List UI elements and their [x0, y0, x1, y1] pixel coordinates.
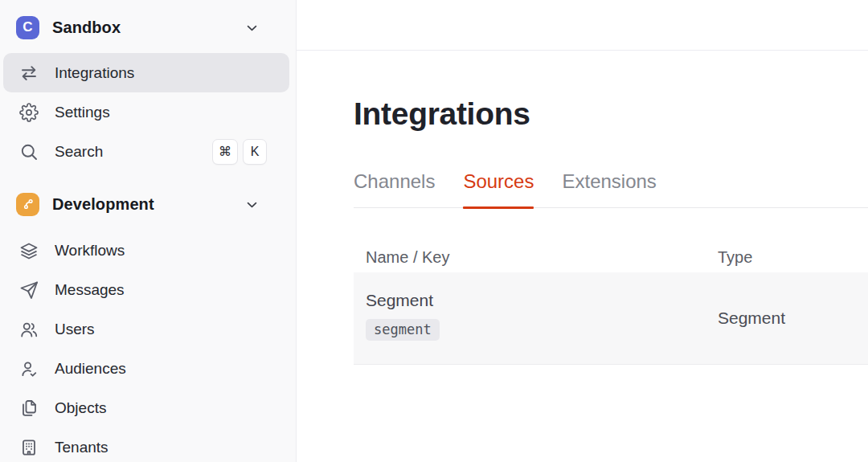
users-icon — [19, 320, 39, 339]
swap-arrows-icon — [19, 63, 39, 83]
integration-key-badge: segment — [366, 319, 440, 341]
tab-channels[interactable]: Channels — [354, 170, 435, 207]
search-icon — [19, 142, 39, 161]
cell-name-key: Segment segment — [366, 291, 440, 341]
sidebar-item-audiences[interactable]: Audiences — [3, 349, 289, 388]
table-row[interactable]: Segment segment Segment — [354, 272, 868, 365]
integration-name: Segment — [366, 291, 440, 310]
sidebar-item-label: Users — [55, 321, 289, 338]
tab-extensions[interactable]: Extensions — [562, 170, 656, 207]
sidebar-item-label: Messages — [55, 281, 289, 299]
chevron-down-icon — [245, 198, 259, 211]
sidebar-section-gap — [0, 171, 296, 186]
section-header-development[interactable]: Development — [0, 186, 296, 223]
section-name: Development — [52, 195, 245, 214]
column-header-name-key: Name / Key — [366, 248, 449, 267]
workspace-logo-letter: C — [23, 19, 32, 35]
search-shortcut: ⌘ K — [212, 139, 267, 165]
sidebar-item-settings[interactable]: Settings — [3, 92, 289, 132]
table-header: Name / Key Type — [354, 248, 868, 272]
column-header-type: Type — [718, 248, 752, 267]
sidebar-item-label: Objects — [55, 399, 289, 417]
sidebar-item-label: Search — [55, 143, 212, 161]
tab-sources[interactable]: Sources — [463, 170, 534, 207]
sidebar-item-search[interactable]: Search ⌘ K — [3, 132, 289, 171]
sidebar-item-objects[interactable]: Objects — [3, 388, 289, 427]
chevron-down-icon — [245, 21, 259, 35]
sidebar-item-integrations[interactable]: Integrations — [3, 53, 289, 92]
copy-pages-icon — [19, 399, 39, 418]
gear-icon — [19, 103, 39, 122]
sidebar-item-users[interactable]: Users — [3, 309, 289, 349]
tab-bar: Channels Sources Extensions — [354, 170, 868, 208]
sidebar-item-messages[interactable]: Messages — [3, 270, 289, 309]
user-check-icon — [19, 359, 39, 378]
sidebar-item-label: Integrations — [55, 64, 289, 82]
development-logo — [16, 193, 39, 216]
sidebar-item-label: Audiences — [55, 360, 289, 378]
sidebar-item-label: Tenants — [55, 439, 289, 456]
sidebar-item-label: Settings — [55, 104, 289, 121]
sidebar-item-workflows[interactable]: Workflows — [3, 231, 289, 270]
page-title: Integrations — [354, 96, 868, 132]
workspace-logo: C — [16, 16, 39, 39]
kbd-k: K — [243, 139, 267, 165]
cell-type: Segment — [718, 272, 785, 364]
kbd-cmd: ⌘ — [212, 139, 238, 165]
sidebar-nav-top: Integrations Settings Search ⌘ K — [0, 53, 296, 171]
sidebar-item-label: Workflows — [55, 242, 289, 260]
content: Integrations Channels Sources Extensions… — [297, 51, 868, 462]
layers-icon — [19, 241, 39, 260]
sidebar-nav-development: Workflows Messages Users Audiences Objec — [0, 231, 296, 462]
building-icon — [19, 438, 39, 457]
sidebar: C Sandbox Integrations Settings Search — [0, 0, 297, 462]
workspace-name: Sandbox — [52, 18, 245, 37]
topbar — [297, 0, 868, 51]
main-area: Integrations Channels Sources Extensions… — [297, 0, 868, 462]
sidebar-item-tenants[interactable]: Tenants — [3, 427, 289, 462]
workspace-switcher-sandbox[interactable]: C Sandbox — [0, 11, 296, 43]
paper-plane-icon — [19, 280, 39, 300]
